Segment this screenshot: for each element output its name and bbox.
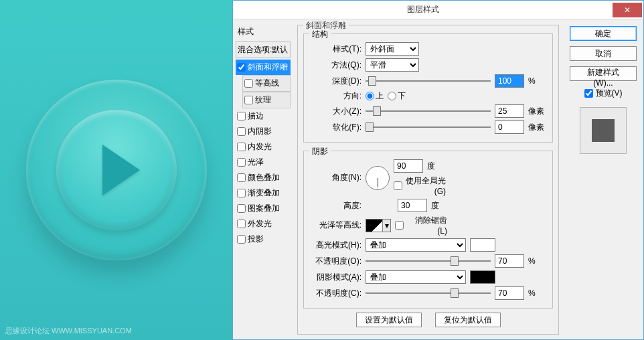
style-checkbox[interactable]: [237, 235, 246, 244]
style-item-label: 内发光: [248, 141, 272, 153]
style-checkbox[interactable]: [237, 158, 246, 167]
style-item-0[interactable]: 斜面和浮雕: [236, 60, 291, 75]
watermark-left: 思缘设计论坛 WWW.MISSYUAN.COM: [5, 326, 132, 336]
style-item-label: 斜面和浮雕: [248, 62, 288, 73]
soften-slider[interactable]: [366, 122, 491, 132]
angle-unit: 度: [427, 161, 435, 172]
highlight-color-swatch[interactable]: [470, 238, 495, 252]
shadow-opacity-input[interactable]: [495, 286, 524, 300]
highlight-opacity-input[interactable]: [495, 254, 524, 268]
style-checkbox[interactable]: [237, 143, 246, 151]
depth-slider[interactable]: [366, 76, 491, 86]
style-item-label: 投影: [248, 234, 264, 245]
style-item-4[interactable]: 内阴影: [236, 124, 291, 139]
global-light-checkbox[interactable]: 使用全局光(G): [394, 175, 446, 196]
highlight-opacity-label: 不透明度(O):: [309, 256, 361, 267]
soften-label: 软化(F):: [309, 122, 361, 133]
antialias-checkbox[interactable]: 消除锯齿(L): [395, 215, 447, 236]
size-slider[interactable]: [366, 106, 491, 116]
left-preview-panel: 思缘设计论坛 WWW.MISSYUAN.COM: [0, 0, 232, 340]
play-icon: [102, 145, 140, 195]
preview-checkbox[interactable]: [584, 89, 593, 98]
style-checkbox[interactable]: [237, 63, 246, 72]
technique-label: 方法(Q):: [309, 60, 361, 71]
dialog-right-column: 确定 取消 新建样式(W)... 预览(V): [563, 19, 643, 339]
style-checkbox[interactable]: [237, 112, 246, 120]
shadow-mode-select[interactable]: 叠加: [366, 270, 466, 284]
make-default-button[interactable]: 设置为默认值: [356, 313, 422, 327]
shading-legend: 阴影: [309, 146, 331, 157]
shadow-mode-label: 阴影模式(A):: [309, 272, 361, 283]
style-checkbox[interactable]: [237, 189, 246, 197]
structure-group: 结构 样式(T): 外斜面 方法(Q): 平滑 深度(D): %: [303, 33, 553, 143]
size-input[interactable]: [495, 104, 524, 118]
shadow-opacity-label: 不透明度(C):: [309, 288, 361, 299]
style-checkbox[interactable]: [237, 127, 246, 136]
style-checkbox[interactable]: [237, 220, 246, 228]
style-item-2[interactable]: 纹理: [242, 92, 291, 108]
soften-unit: 像素: [528, 122, 547, 133]
gloss-contour-picker[interactable]: ▾: [366, 219, 391, 232]
technique-select[interactable]: 平滑: [366, 58, 419, 72]
style-item-10[interactable]: 外发光: [236, 216, 291, 232]
style-item-label: 纹理: [255, 94, 271, 106]
play-button-outer: [26, 80, 207, 260]
styles-header: 样式: [236, 23, 291, 40]
bevel-group: 斜面和浮雕 结构 样式(T): 外斜面 方法(Q): 平滑 深度(D):: [297, 25, 559, 335]
depth-input[interactable]: [495, 74, 524, 88]
direction-up[interactable]: 上: [366, 90, 384, 102]
depth-unit: %: [528, 76, 547, 86]
altitude-input[interactable]: [398, 199, 427, 212]
preview-label: 预览(V): [596, 88, 623, 99]
style-item-8[interactable]: 渐变叠加: [236, 185, 291, 201]
shading-group: 阴影 角度(N): 度 使用全局光(G) 高度:: [303, 151, 553, 309]
angle-dial[interactable]: [366, 166, 390, 190]
style-item-label: 外发光: [248, 218, 272, 230]
direction-label: 方向:: [309, 90, 361, 102]
titlebar: 图层样式 ✕: [233, 1, 643, 19]
highlight-mode-select[interactable]: 叠加: [366, 238, 466, 252]
angle-label: 角度(N):: [309, 172, 361, 183]
close-button[interactable]: ✕: [613, 3, 642, 17]
style-item-label: 渐变叠加: [248, 187, 280, 199]
style-item-11[interactable]: 投影: [236, 232, 291, 247]
structure-legend: 结构: [309, 29, 331, 40]
altitude-label: 高度:: [309, 200, 361, 211]
altitude-unit: 度: [431, 200, 439, 211]
highlight-opacity-slider[interactable]: [366, 256, 491, 266]
size-label: 大小(Z):: [309, 106, 361, 117]
soften-input[interactable]: [495, 120, 524, 134]
angle-input[interactable]: [394, 159, 423, 173]
cancel-button[interactable]: 取消: [570, 46, 637, 61]
style-item-5[interactable]: 内发光: [236, 139, 291, 155]
style-item-label: 描边: [248, 110, 264, 122]
direction-down[interactable]: 下: [388, 90, 406, 102]
style-item-label: 光泽: [248, 157, 264, 168]
style-item-label: 图案叠加: [248, 203, 280, 214]
depth-label: 深度(D):: [309, 76, 361, 87]
play-button-inner: [56, 110, 177, 230]
new-style-button[interactable]: 新建样式(W)...: [570, 66, 637, 81]
preview-thumbnail: [580, 107, 627, 154]
style-select[interactable]: 外斜面: [366, 42, 419, 56]
style-checkbox[interactable]: [237, 173, 246, 182]
style-item-3[interactable]: 描边: [236, 108, 291, 124]
style-item-7[interactable]: 颜色叠加: [236, 170, 291, 185]
style-item-label: 颜色叠加: [248, 172, 280, 183]
ok-button[interactable]: 确定: [570, 26, 637, 41]
size-unit: 像素: [528, 106, 547, 117]
settings-panel: 斜面和浮雕 结构 样式(T): 外斜面 方法(Q): 平滑 深度(D):: [293, 19, 563, 339]
gloss-label: 光泽等高线:: [309, 220, 361, 231]
style-item-9[interactable]: 图案叠加: [236, 201, 291, 216]
pct-unit: %: [528, 256, 547, 266]
style-checkbox[interactable]: [244, 96, 253, 104]
shadow-opacity-slider[interactable]: [366, 288, 491, 298]
blend-options[interactable]: 混合选项:默认: [236, 41, 291, 58]
style-item-1[interactable]: 等高线: [242, 75, 291, 92]
shadow-color-swatch[interactable]: [470, 270, 495, 284]
chevron-down-icon: ▾: [382, 220, 390, 232]
reset-default-button[interactable]: 复位为默认值: [435, 313, 501, 327]
style-item-6[interactable]: 光泽: [236, 155, 291, 170]
style-checkbox[interactable]: [244, 79, 253, 88]
style-checkbox[interactable]: [237, 204, 246, 213]
